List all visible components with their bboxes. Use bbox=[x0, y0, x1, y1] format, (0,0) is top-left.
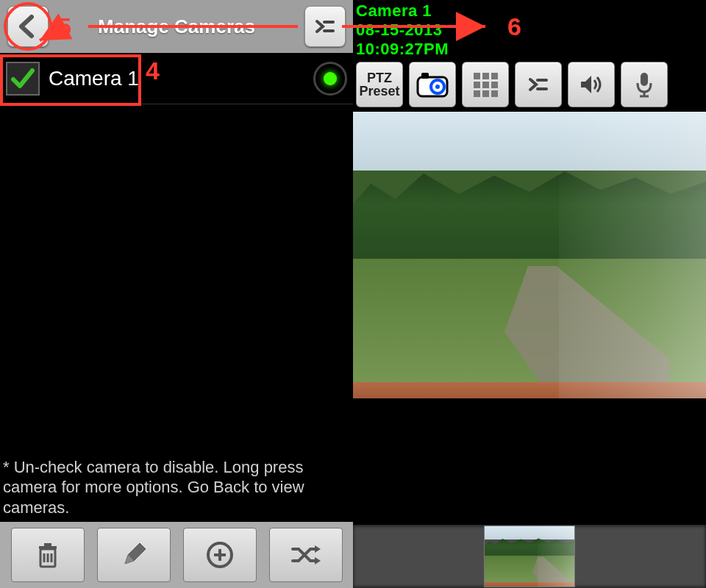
edit-camera-button[interactable] bbox=[97, 528, 171, 582]
status-time: 10:09:27PM bbox=[356, 40, 703, 59]
camera-label: Camera 1 bbox=[49, 67, 304, 90]
camera-icon bbox=[416, 70, 449, 99]
svg-rect-21 bbox=[474, 90, 480, 97]
instruction-text: * Un-check camera to disable. Long press… bbox=[0, 454, 353, 521]
ptz-label-2: Preset bbox=[359, 85, 399, 98]
back-arrow-icon bbox=[15, 14, 40, 39]
svg-rect-16 bbox=[482, 73, 489, 79]
shuffle-icon bbox=[288, 539, 324, 571]
thumbnail-strip[interactable] bbox=[353, 525, 706, 588]
ptz-label-1: PTZ bbox=[359, 71, 399, 85]
advanced-menu-icon bbox=[313, 14, 338, 39]
microphone-button[interactable] bbox=[621, 62, 668, 107]
ptz-preset-button[interactable]: PTZ Preset bbox=[356, 62, 403, 107]
left-header: Manage Cameras bbox=[0, 0, 353, 53]
add-camera-button[interactable] bbox=[183, 528, 257, 582]
svg-rect-12 bbox=[421, 73, 429, 79]
recording-dot-icon bbox=[324, 72, 337, 85]
audio-button[interactable] bbox=[568, 62, 615, 107]
svg-rect-26 bbox=[641, 73, 648, 86]
status-camera-name: Camera 1 bbox=[356, 1, 703, 21]
status-date: 08-15-2013 bbox=[356, 21, 703, 40]
advanced-menu-button-left[interactable] bbox=[304, 6, 346, 47]
scene-glare bbox=[559, 112, 706, 398]
live-view-pane: Camera 1 08-15-2013 10:09:27PM PTZ Prese… bbox=[353, 0, 706, 588]
delete-camera-button[interactable] bbox=[11, 528, 85, 582]
svg-rect-6 bbox=[39, 546, 57, 549]
svg-point-14 bbox=[435, 85, 440, 89]
left-title: Manage Cameras bbox=[54, 15, 299, 38]
plus-circle-icon bbox=[204, 539, 236, 571]
speaker-icon bbox=[578, 71, 605, 98]
live-camera-view[interactable] bbox=[353, 112, 706, 398]
svg-rect-19 bbox=[482, 82, 489, 88]
advanced-menu-icon bbox=[526, 72, 551, 97]
back-button[interactable] bbox=[7, 6, 49, 47]
manage-cameras-pane: Manage Cameras Camera 1 * Un-check camer… bbox=[0, 0, 353, 588]
camera-list-item[interactable]: Camera 1 bbox=[0, 53, 353, 104]
microphone-icon bbox=[633, 70, 655, 99]
camera-checkbox[interactable] bbox=[6, 62, 40, 96]
trash-icon bbox=[32, 539, 64, 571]
camera-thumbnail[interactable] bbox=[484, 526, 575, 587]
grid-icon bbox=[471, 70, 500, 99]
advanced-menu-button-right[interactable] bbox=[515, 62, 562, 107]
svg-rect-23 bbox=[491, 90, 498, 97]
multiview-button[interactable] bbox=[462, 62, 509, 107]
status-block: Camera 1 08-15-2013 10:09:27PM bbox=[353, 0, 706, 59]
svg-rect-18 bbox=[474, 82, 480, 88]
pencil-icon bbox=[118, 539, 150, 571]
svg-rect-17 bbox=[491, 73, 498, 79]
svg-rect-7 bbox=[44, 543, 51, 546]
left-bottom-toolbar bbox=[0, 522, 353, 588]
snapshot-button[interactable] bbox=[409, 62, 456, 107]
svg-rect-15 bbox=[474, 73, 480, 79]
svg-rect-22 bbox=[482, 90, 489, 97]
recording-indicator[interactable] bbox=[313, 62, 347, 96]
right-toolbar: PTZ Preset bbox=[353, 59, 706, 112]
checkmark-icon bbox=[10, 66, 35, 91]
shuffle-cameras-button[interactable] bbox=[269, 528, 343, 582]
svg-rect-20 bbox=[491, 82, 498, 88]
